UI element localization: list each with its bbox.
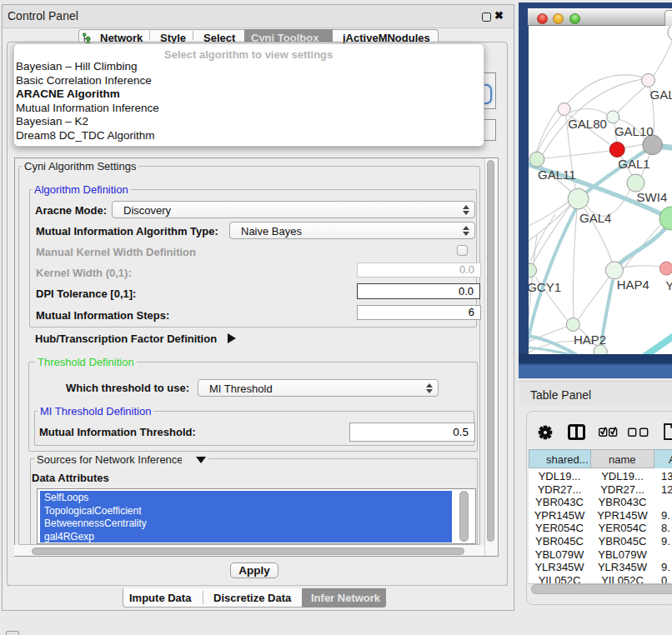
svg-text:GCY1: GCY1 bbox=[529, 280, 561, 294]
svg-text:GAL10: GAL10 bbox=[614, 124, 653, 138]
svg-text:HAP2: HAP2 bbox=[573, 332, 605, 347]
svg-text:GAL80: GAL80 bbox=[568, 117, 607, 131]
svg-text:Y: Y bbox=[665, 278, 672, 292]
svg-text:HAP4: HAP4 bbox=[616, 278, 649, 292]
svg-text:GAL1: GAL1 bbox=[618, 157, 649, 171]
svg-text:GAL4: GAL4 bbox=[579, 211, 611, 225]
svg-text:GAL7: GAL7 bbox=[649, 88, 672, 102]
svg-text:GAL11: GAL11 bbox=[538, 168, 576, 182]
svg-text:SWI4: SWI4 bbox=[636, 190, 667, 204]
